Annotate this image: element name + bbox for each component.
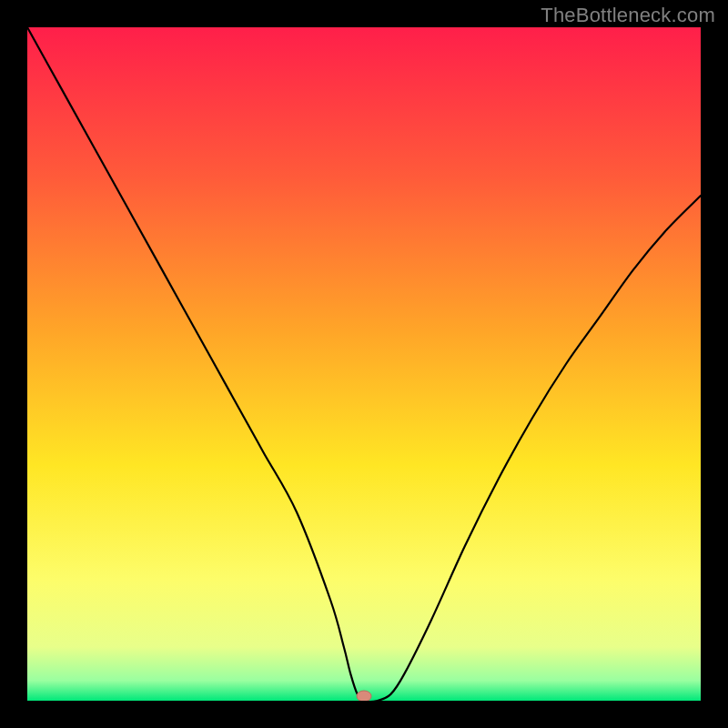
gradient-background <box>27 27 701 701</box>
plot-area <box>27 27 701 701</box>
chart-frame: TheBottleneck.com <box>0 0 728 728</box>
chart-svg <box>27 27 701 701</box>
watermark-text: TheBottleneck.com <box>541 4 715 27</box>
optimal-marker <box>357 691 371 701</box>
